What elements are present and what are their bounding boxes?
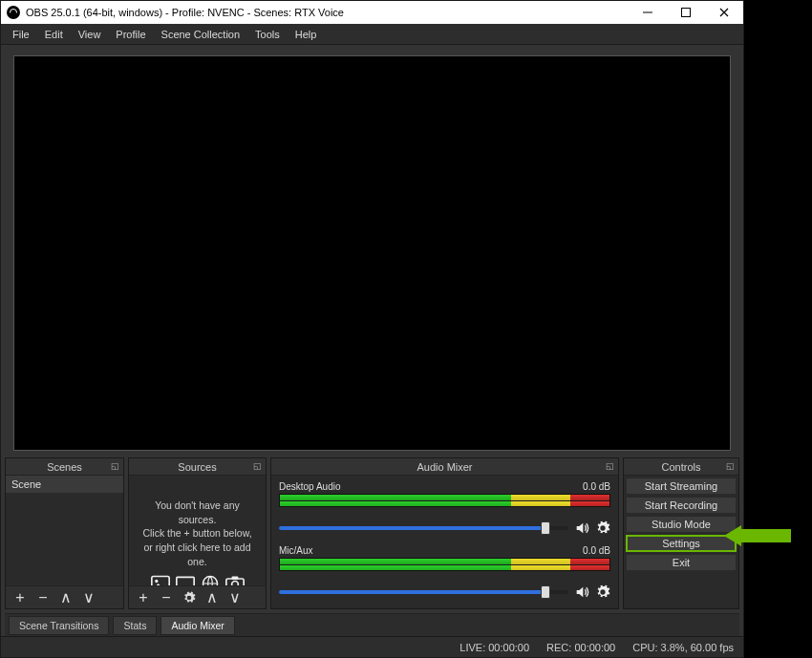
controls-body: Start Streaming Start Recording Studio M… xyxy=(624,476,738,573)
start-streaming-button[interactable]: Start Streaming xyxy=(626,478,737,495)
scene-down-button[interactable]: ∨ xyxy=(80,589,97,606)
channel-name: Desktop Audio xyxy=(279,481,341,492)
svg-rect-8 xyxy=(231,577,238,580)
start-recording-button[interactable]: Start Recording xyxy=(626,497,737,514)
svg-rect-1 xyxy=(682,9,691,17)
mute-button[interactable] xyxy=(574,584,589,600)
status-rec: REC: 00:00:00 xyxy=(546,642,615,653)
audio-mixer-popout-icon[interactable]: ◱ xyxy=(606,461,614,471)
tab-scene-transitions[interactable]: Scene Transitions xyxy=(9,616,109,635)
status-cpu: CPU: 3.8%, 60.00 fps xyxy=(632,642,734,653)
source-gear-button[interactable] xyxy=(181,589,198,606)
tab-audio-mixer[interactable]: Audio Mixer xyxy=(160,616,234,635)
scene-remove-button[interactable]: − xyxy=(34,589,52,606)
sources-panel-title: Sources xyxy=(178,461,216,473)
volume-slider-thumb[interactable] xyxy=(541,585,550,599)
audio-channel-desktop: Desktop Audio 0.0 dB -60-55-50-45-40-35-… xyxy=(279,481,610,536)
scenes-popout-icon[interactable]: ◱ xyxy=(111,461,119,471)
audio-mixer-panel: Audio Mixer ◱ Desktop Audio 0.0 dB xyxy=(270,457,619,609)
mute-button[interactable] xyxy=(574,520,589,536)
window-title: OBS 25.0.1 (64-bit, windows) - Profile: … xyxy=(26,7,629,18)
audio-mixer-body: Desktop Audio 0.0 dB -60-55-50-45-40-35-… xyxy=(271,476,618,608)
menu-tools[interactable]: Tools xyxy=(247,26,288,43)
channel-db: 0.0 dB xyxy=(583,481,610,492)
dock-tabs: Scene Transitions Stats Audio Mixer xyxy=(5,613,739,636)
status-bar: LIVE: 00:00:00 REC: 00:00:00 CPU: 3.8%, … xyxy=(1,636,743,657)
browser-source-icon xyxy=(200,574,221,585)
sources-empty-line3: or right click here to add one. xyxy=(137,541,258,568)
sources-popout-icon[interactable]: ◱ xyxy=(253,461,262,471)
source-remove-button[interactable]: − xyxy=(158,589,175,606)
sources-empty-hint: You don't have any sources. Click the + … xyxy=(129,476,266,585)
channel-name: Mic/Aux xyxy=(279,545,313,556)
menu-profile[interactable]: Profile xyxy=(108,26,153,43)
preview-container xyxy=(1,45,743,457)
source-up-button[interactable]: ∧ xyxy=(203,589,221,606)
audio-mixer-header[interactable]: Audio Mixer ◱ xyxy=(271,458,618,476)
window-close-button[interactable] xyxy=(705,1,743,24)
controls-panel: Controls ◱ Start Streaming Start Recordi… xyxy=(623,457,739,609)
image-source-icon xyxy=(150,574,171,585)
scenes-panel-header[interactable]: Scenes ◱ xyxy=(6,458,123,476)
channel-settings-button[interactable] xyxy=(595,584,610,600)
studio-mode-button[interactable]: Studio Mode xyxy=(626,516,737,533)
sources-empty-line2: Click the + button below, xyxy=(137,526,258,541)
tab-stats[interactable]: Stats xyxy=(113,616,157,635)
lower-dock-area: Scenes ◱ Scene + − ∧ ∨ Sources ◱ You don… xyxy=(1,457,743,609)
source-add-button[interactable]: + xyxy=(135,589,152,606)
sources-list[interactable]: You don't have any sources. Click the + … xyxy=(129,476,266,585)
svg-rect-0 xyxy=(643,12,652,13)
controls-panel-title: Controls xyxy=(662,461,701,473)
window-minimize-button[interactable] xyxy=(629,1,667,24)
scene-item[interactable]: Scene xyxy=(6,476,123,493)
sources-hint-icons xyxy=(137,574,258,585)
scenes-panel: Scenes ◱ Scene + − ∧ ∨ xyxy=(5,457,124,609)
window-maximize-button[interactable] xyxy=(667,1,705,24)
scenes-panel-title: Scenes xyxy=(47,461,82,473)
volume-slider-thumb[interactable] xyxy=(541,521,550,535)
sources-empty-line1: You don't have any sources. xyxy=(137,499,258,526)
display-source-icon xyxy=(175,574,196,585)
camera-source-icon xyxy=(224,574,246,585)
source-down-button[interactable]: ∨ xyxy=(226,589,244,606)
sources-panel-header[interactable]: Sources ◱ xyxy=(129,458,266,476)
channel-meter: -60-55-50-45-40-35-30-25-20-15-10-50 xyxy=(279,558,610,571)
audio-channel-mic: Mic/Aux 0.0 dB -60-55-50-45-40-35-30-25-… xyxy=(279,545,610,600)
channel-meter: -60-55-50-45-40-35-30-25-20-15-10-50 xyxy=(279,494,610,507)
scenes-list[interactable]: Scene xyxy=(6,476,123,585)
scene-up-button[interactable]: ∧ xyxy=(57,589,75,606)
sources-toolbar: + − ∧ ∨ xyxy=(129,585,266,608)
volume-slider[interactable] xyxy=(279,526,568,530)
volume-slider[interactable] xyxy=(279,590,568,594)
obs-app-icon xyxy=(7,6,20,19)
scenes-toolbar: + − ∧ ∨ xyxy=(6,585,123,608)
scene-add-button[interactable]: + xyxy=(11,589,29,606)
svg-rect-2 xyxy=(151,577,168,585)
menu-scene-collection[interactable]: Scene Collection xyxy=(154,26,248,43)
status-live: LIVE: 00:00:00 xyxy=(459,642,529,653)
channel-db: 0.0 dB xyxy=(583,545,610,556)
window-titlebar: OBS 25.0.1 (64-bit, windows) - Profile: … xyxy=(1,1,743,24)
controls-panel-header[interactable]: Controls ◱ xyxy=(624,458,738,476)
controls-popout-icon[interactable]: ◱ xyxy=(726,461,735,471)
svg-rect-4 xyxy=(176,578,193,585)
menu-help[interactable]: Help xyxy=(288,26,325,43)
menu-file[interactable]: File xyxy=(5,26,37,43)
channel-settings-button[interactable] xyxy=(595,520,610,536)
menu-bar: File Edit View Profile Scene Collection … xyxy=(1,24,743,45)
svg-point-3 xyxy=(155,580,158,583)
menu-view[interactable]: View xyxy=(71,26,109,43)
sources-panel: Sources ◱ You don't have any sources. Cl… xyxy=(128,457,267,609)
preview-canvas[interactable] xyxy=(14,56,730,450)
audio-mixer-title: Audio Mixer xyxy=(417,461,472,473)
obs-main-window: OBS 25.0.1 (64-bit, windows) - Profile: … xyxy=(0,0,744,658)
menu-edit[interactable]: Edit xyxy=(37,26,71,43)
exit-button[interactable]: Exit xyxy=(626,554,737,571)
settings-button[interactable]: Settings xyxy=(626,535,737,552)
